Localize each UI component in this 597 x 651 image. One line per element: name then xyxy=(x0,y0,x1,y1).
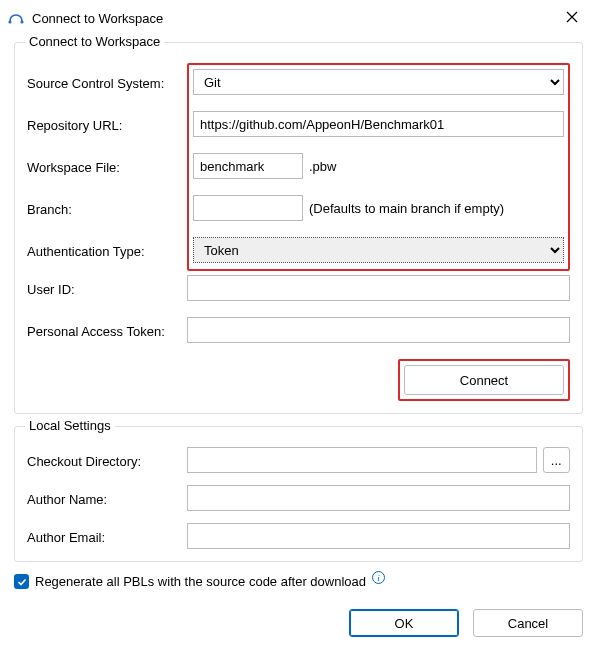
source-control-label: Source Control System: xyxy=(27,74,193,91)
connect-group-legend: Connect to Workspace xyxy=(25,34,164,49)
svg-point-1 xyxy=(20,20,23,23)
branch-label: Branch: xyxy=(27,200,193,217)
pat-input[interactable] xyxy=(187,317,570,343)
title-bar: Connect to Workspace xyxy=(0,0,597,36)
browse-button[interactable]: ... xyxy=(543,447,570,473)
connect-button[interactable]: Connect xyxy=(404,365,564,395)
author-email-label: Author Email: xyxy=(27,528,187,545)
window-title: Connect to Workspace xyxy=(32,11,557,26)
cancel-button[interactable]: Cancel xyxy=(473,609,583,637)
dialog-body: Connect to Workspace Source Control Syst… xyxy=(0,36,597,599)
auth-type-label: Authentication Type: xyxy=(27,242,193,259)
app-icon xyxy=(8,10,24,26)
connect-group: Connect to Workspace Source Control Syst… xyxy=(14,42,583,414)
close-icon[interactable] xyxy=(557,10,587,26)
dialog-button-row: OK Cancel xyxy=(0,599,597,647)
ok-button[interactable]: OK xyxy=(349,609,459,637)
pat-label: Personal Access Token: xyxy=(27,322,187,339)
regenerate-row: Regenerate all PBLs with the source code… xyxy=(14,574,583,589)
repo-url-label: Repository URL: xyxy=(27,116,193,133)
branch-input[interactable] xyxy=(193,195,303,221)
local-settings-legend: Local Settings xyxy=(25,418,115,433)
highlighted-settings-region: Source Control System: Git Repository UR… xyxy=(187,63,570,271)
connect-highlight: Connect xyxy=(398,359,570,401)
branch-hint: (Defaults to main branch if empty) xyxy=(309,201,504,216)
user-id-input[interactable] xyxy=(187,275,570,301)
author-email-input[interactable] xyxy=(187,523,570,549)
user-id-label: User ID: xyxy=(27,280,187,297)
regenerate-checkbox[interactable] xyxy=(14,574,29,589)
svg-point-0 xyxy=(8,20,11,23)
regenerate-label: Regenerate all PBLs with the source code… xyxy=(35,574,366,589)
repo-url-input[interactable] xyxy=(193,111,564,137)
auth-type-select[interactable]: Token xyxy=(193,237,564,263)
local-settings-group: Local Settings Checkout Directory: ... A… xyxy=(14,426,583,562)
workspace-file-input[interactable] xyxy=(193,153,303,179)
info-icon[interactable]: i xyxy=(372,571,385,584)
author-name-label: Author Name: xyxy=(27,490,187,507)
author-name-input[interactable] xyxy=(187,485,570,511)
checkout-dir-label: Checkout Directory: xyxy=(27,452,187,469)
checkout-dir-input[interactable] xyxy=(187,447,537,473)
workspace-file-suffix: .pbw xyxy=(309,159,336,174)
workspace-file-label: Workspace File: xyxy=(27,158,193,175)
source-control-select[interactable]: Git xyxy=(193,69,564,95)
